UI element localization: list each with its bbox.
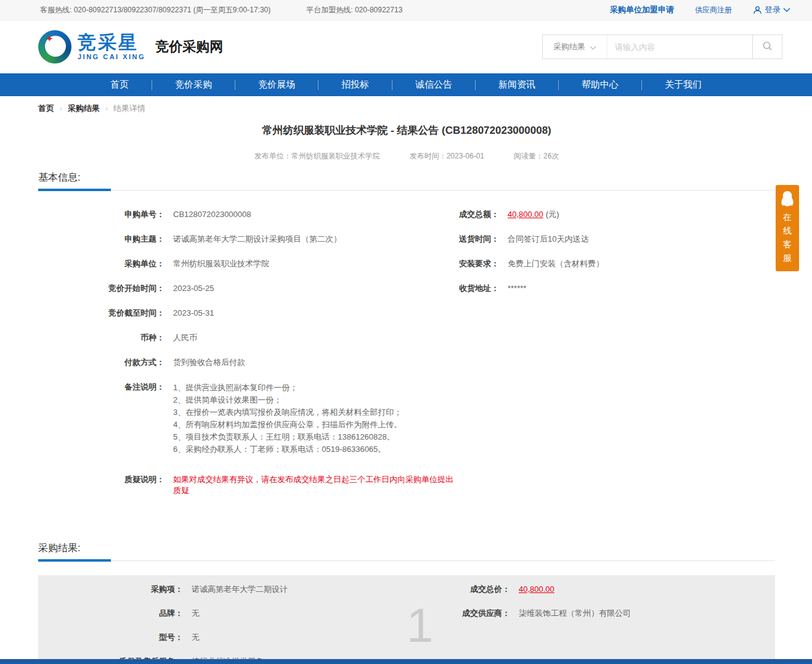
- page-title: 常州纺织服装职业技术学院 - 结果公告 (CB128072023000008): [38, 123, 775, 137]
- nav-item-news[interactable]: 新闻资讯: [476, 79, 558, 91]
- nav-item-bidding-purchase[interactable]: 竞价采购: [152, 79, 235, 91]
- field-label: 型号：: [38, 632, 183, 643]
- chevron-down-icon: [783, 7, 790, 12]
- field-label: 安装要求：: [455, 258, 499, 269]
- topbar: 客服热线: 020-80922713/80922307/80922371 (周一…: [0, 0, 812, 20]
- result-item-card: 采购项： 诺诚高第老年大学二期设计 品牌： 无 型号： 无 质保及售后服务： 按…: [38, 575, 775, 664]
- purchaser-join-link[interactable]: 采购单位加盟申请: [610, 4, 674, 15]
- jingcaixing-swirl-logo-icon: ✦: [38, 30, 71, 64]
- search-input[interactable]: [607, 35, 752, 59]
- field-row-payment: 付款方式： 货到验收合格后付款: [38, 357, 455, 368]
- field-label: 采购单位：: [38, 258, 164, 269]
- field-value: 2023-05-31: [173, 308, 214, 319]
- field-row-remarks: 备注说明： 1、提供营业执照副本复印件一份； 2、提供简单设计效果图一份； 3、…: [38, 382, 455, 456]
- meta-publish-time: 发布时间：2023-06-01: [410, 151, 484, 162]
- remark-line: 1、提供营业执照副本复印件一份；: [173, 382, 402, 394]
- nav-item-tenders[interactable]: 招投标: [319, 79, 392, 91]
- remark-line: 2、提供简单设计效果图一份；: [173, 394, 402, 406]
- site-logo[interactable]: ✦ 竞采星 JING CAI XING 竞价采购网: [38, 30, 223, 64]
- page-meta: 发布单位：常州纺织服装职业技术学院 发布时间：2023-06-01 阅读量：26…: [38, 151, 775, 162]
- online-customer-service-tab[interactable]: 在 线 客 服: [776, 185, 799, 271]
- breadcrumb-separator: ›: [105, 104, 108, 113]
- field-value: CB128072023000008: [173, 209, 251, 220]
- deal-price-link[interactable]: 40,800.00: [519, 584, 554, 594]
- field-label: 质疑说明：: [38, 474, 164, 496]
- nav-item-about-us[interactable]: 关于我们: [642, 79, 725, 91]
- field-value: 无: [192, 608, 200, 619]
- nav-item-bidding-hall[interactable]: 竞价展场: [235, 79, 318, 91]
- field-value: 常州纺织服装职业技术学院: [173, 258, 269, 269]
- field-row-start-time: 竞价开始时间： 2023-05-25: [38, 283, 455, 294]
- remark-line: 6、采购经办联系人：丁老师；联系电话：0519-86336065。: [173, 443, 402, 456]
- nav-item-home[interactable]: 首页: [87, 79, 152, 91]
- search-category-value: 采购结果: [553, 41, 585, 52]
- field-value: 40,800.00(元): [508, 209, 559, 220]
- field-value: 无: [192, 632, 200, 643]
- field-label: 品牌：: [38, 608, 183, 619]
- basic-info-section-title: 基本信息:: [38, 171, 775, 184]
- user-icon: [753, 6, 762, 15]
- topbar-hotlines: 客服热线: 020-80922713/80922307/80922371 (周一…: [40, 5, 402, 15]
- question-notice-text: 如果对成交结果有异议，请在发布成交结果之日起三个工作日内向采购单位提出质疑: [173, 474, 455, 496]
- deal-amount-link[interactable]: 40,800.00: [508, 210, 543, 219]
- breadcrumb-current: 结果详情: [113, 103, 145, 114]
- field-row-subject: 申购主题： 诺诚高第老年大学二期设计采购项目（第二次）: [38, 234, 455, 245]
- field-row-delivery-time: 送货时间： 合同签订后10天内送达: [455, 234, 775, 245]
- footer-top-strip: [0, 659, 812, 664]
- field-row-deal-price: 成交总价： 40,800.00: [455, 584, 775, 595]
- deal-amount-unit: (元): [546, 210, 559, 219]
- field-row-deal-amount: 成交总额： 40,800.00(元): [455, 209, 775, 220]
- breadcrumb: 首页 › 采购结果 › 结果详情: [38, 103, 775, 114]
- field-row-order-no: 申购单号： CB128072023000008: [38, 209, 455, 220]
- login-label: 登录: [765, 4, 781, 15]
- qq-penguin-icon: [776, 191, 799, 208]
- field-label: 成交供应商：: [455, 608, 510, 619]
- field-value: ******: [508, 283, 526, 294]
- field-label: 成交总价：: [455, 584, 510, 595]
- logo-en-text: JING CAI XING: [78, 53, 145, 60]
- field-value: 诺诚高第老年大学二期设计: [192, 584, 288, 595]
- field-row-address: 收货地址： ******: [455, 283, 775, 294]
- nav-item-integrity-notice[interactable]: 诚信公告: [392, 79, 475, 91]
- field-row-brand: 品牌： 无: [38, 608, 455, 619]
- platform-hotline: 平台加盟热线: 020-80922713: [306, 5, 402, 15]
- field-label: 币种：: [38, 332, 164, 343]
- field-value: 免费上门安装（含材料费）: [508, 258, 604, 269]
- breadcrumb-results[interactable]: 采购结果: [68, 103, 100, 114]
- field-value: 合同签订后10天内送达: [508, 234, 588, 245]
- breadcrumb-home[interactable]: 首页: [38, 103, 54, 114]
- section-divider: [38, 190, 775, 191]
- field-row-question: 质疑说明： 如果对成交结果有异议，请在发布成交结果之日起三个工作日内向采购单位提…: [38, 474, 455, 496]
- search-category-select[interactable]: 采购结果: [543, 35, 607, 59]
- field-label: 付款方式：: [38, 357, 164, 368]
- field-row-purchaser: 采购单位： 常州纺织服装职业技术学院: [38, 258, 455, 269]
- search-button[interactable]: [752, 35, 782, 59]
- nav-item-help-center[interactable]: 帮助中心: [559, 79, 641, 91]
- field-label: 竞价开始时间：: [38, 283, 164, 294]
- login-button[interactable]: 登录: [753, 4, 790, 15]
- field-label: 申购主题：: [38, 234, 164, 245]
- field-label: 竞价截至时间：: [38, 308, 164, 319]
- search-bar: 采购结果: [542, 35, 782, 59]
- field-label: 收货地址：: [455, 283, 499, 294]
- service-tab-char: 客: [776, 237, 799, 251]
- supplier-register-link[interactable]: 供应商注册: [695, 5, 732, 15]
- field-value: 2023-05-25: [173, 283, 214, 294]
- field-label: 备注说明：: [38, 382, 164, 456]
- field-row-end-time: 竞价截至时间： 2023-05-31: [38, 308, 455, 319]
- site-header: ✦ 竞采星 JING CAI XING 竞价采购网 采购结果: [0, 20, 812, 73]
- site-name: 竞价采购网: [155, 38, 223, 56]
- chevron-down-icon: [590, 43, 596, 52]
- field-row-model: 型号： 无: [38, 632, 455, 643]
- field-value: 柒维装饰工程（常州）有限公司: [519, 608, 631, 619]
- service-hotline: 客服热线: 020-80922713/80922307/80922371 (周一…: [40, 5, 270, 15]
- field-row-install: 安装要求： 免费上门安装（含材料费）: [455, 258, 775, 269]
- service-tab-char: 服: [776, 251, 799, 264]
- basic-info-fields: 申购单号： CB128072023000008 申购主题： 诺诚高第老年大学二期…: [38, 209, 775, 510]
- service-tab-char: 线: [776, 224, 799, 237]
- field-label: 送货时间：: [455, 234, 499, 245]
- search-icon: [762, 41, 773, 53]
- field-row-purchase-item: 采购项： 诺诚高第老年大学二期设计: [38, 584, 455, 595]
- remark-line: 3、在报价一览表内填写报价及响应情况，将相关材料全部打印；: [173, 406, 402, 419]
- remark-line: 4、所有响应材料均加盖报价供应商公章，扫描后作为附件上传。: [173, 419, 402, 431]
